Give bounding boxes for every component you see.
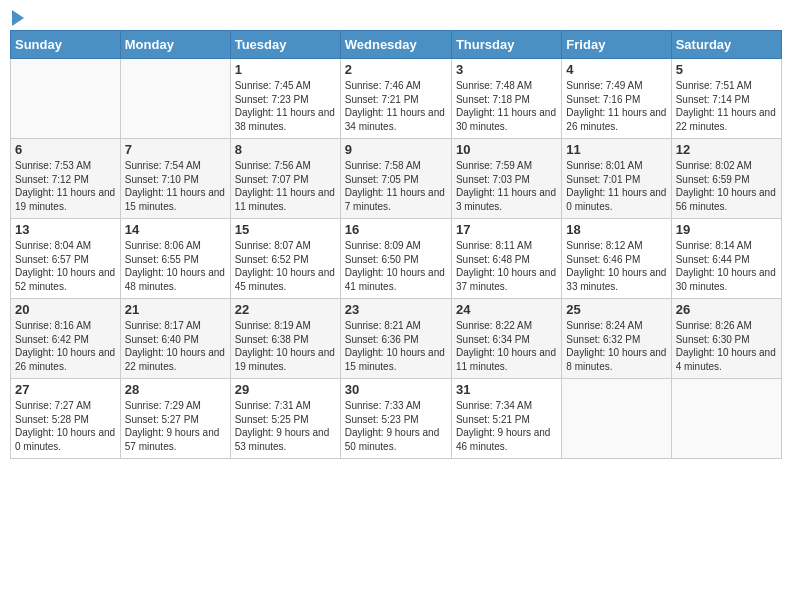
day-number: 14 (125, 222, 226, 237)
day-number: 22 (235, 302, 336, 317)
calendar-cell: 10 Sunrise: 7:59 AMSunset: 7:03 PMDaylig… (451, 139, 561, 219)
calendar-week-row: 6 Sunrise: 7:53 AMSunset: 7:12 PMDayligh… (11, 139, 782, 219)
calendar-cell (120, 59, 230, 139)
calendar-week-row: 1 Sunrise: 7:45 AMSunset: 7:23 PMDayligh… (11, 59, 782, 139)
calendar-cell: 2 Sunrise: 7:46 AMSunset: 7:21 PMDayligh… (340, 59, 451, 139)
day-header-saturday: Saturday (671, 31, 781, 59)
cell-text: Sunrise: 7:59 AMSunset: 7:03 PMDaylight:… (456, 160, 556, 212)
calendar-cell: 11 Sunrise: 8:01 AMSunset: 7:01 PMDaylig… (562, 139, 671, 219)
calendar-cell: 16 Sunrise: 8:09 AMSunset: 6:50 PMDaylig… (340, 219, 451, 299)
day-number: 13 (15, 222, 116, 237)
calendar-cell (671, 379, 781, 459)
calendar-cell: 30 Sunrise: 7:33 AMSunset: 5:23 PMDaylig… (340, 379, 451, 459)
cell-text: Sunrise: 7:51 AMSunset: 7:14 PMDaylight:… (676, 80, 776, 132)
cell-text: Sunrise: 8:21 AMSunset: 6:36 PMDaylight:… (345, 320, 445, 372)
calendar-cell: 17 Sunrise: 8:11 AMSunset: 6:48 PMDaylig… (451, 219, 561, 299)
calendar-cell: 23 Sunrise: 8:21 AMSunset: 6:36 PMDaylig… (340, 299, 451, 379)
cell-text: Sunrise: 7:49 AMSunset: 7:16 PMDaylight:… (566, 80, 666, 132)
day-number: 25 (566, 302, 666, 317)
day-number: 28 (125, 382, 226, 397)
cell-text: Sunrise: 8:01 AMSunset: 7:01 PMDaylight:… (566, 160, 666, 212)
day-number: 5 (676, 62, 777, 77)
cell-text: Sunrise: 7:56 AMSunset: 7:07 PMDaylight:… (235, 160, 335, 212)
cell-text: Sunrise: 7:33 AMSunset: 5:23 PMDaylight:… (345, 400, 440, 452)
day-number: 10 (456, 142, 557, 157)
day-number: 24 (456, 302, 557, 317)
calendar-cell: 29 Sunrise: 7:31 AMSunset: 5:25 PMDaylig… (230, 379, 340, 459)
cell-text: Sunrise: 7:31 AMSunset: 5:25 PMDaylight:… (235, 400, 330, 452)
calendar-cell: 1 Sunrise: 7:45 AMSunset: 7:23 PMDayligh… (230, 59, 340, 139)
cell-text: Sunrise: 7:48 AMSunset: 7:18 PMDaylight:… (456, 80, 556, 132)
day-header-thursday: Thursday (451, 31, 561, 59)
logo (10, 10, 24, 22)
calendar-cell (11, 59, 121, 139)
day-header-monday: Monday (120, 31, 230, 59)
calendar-cell: 12 Sunrise: 8:02 AMSunset: 6:59 PMDaylig… (671, 139, 781, 219)
calendar-cell: 14 Sunrise: 8:06 AMSunset: 6:55 PMDaylig… (120, 219, 230, 299)
day-header-tuesday: Tuesday (230, 31, 340, 59)
day-header-friday: Friday (562, 31, 671, 59)
calendar-cell: 8 Sunrise: 7:56 AMSunset: 7:07 PMDayligh… (230, 139, 340, 219)
day-number: 12 (676, 142, 777, 157)
cell-text: Sunrise: 8:11 AMSunset: 6:48 PMDaylight:… (456, 240, 556, 292)
calendar-cell: 24 Sunrise: 8:22 AMSunset: 6:34 PMDaylig… (451, 299, 561, 379)
calendar-cell: 20 Sunrise: 8:16 AMSunset: 6:42 PMDaylig… (11, 299, 121, 379)
cell-text: Sunrise: 8:26 AMSunset: 6:30 PMDaylight:… (676, 320, 776, 372)
cell-text: Sunrise: 8:04 AMSunset: 6:57 PMDaylight:… (15, 240, 115, 292)
day-number: 27 (15, 382, 116, 397)
calendar-table: SundayMondayTuesdayWednesdayThursdayFrid… (10, 30, 782, 459)
calendar-cell: 28 Sunrise: 7:29 AMSunset: 5:27 PMDaylig… (120, 379, 230, 459)
day-number: 3 (456, 62, 557, 77)
day-number: 15 (235, 222, 336, 237)
calendar-cell: 9 Sunrise: 7:58 AMSunset: 7:05 PMDayligh… (340, 139, 451, 219)
cell-text: Sunrise: 7:54 AMSunset: 7:10 PMDaylight:… (125, 160, 225, 212)
calendar-cell: 4 Sunrise: 7:49 AMSunset: 7:16 PMDayligh… (562, 59, 671, 139)
cell-text: Sunrise: 7:46 AMSunset: 7:21 PMDaylight:… (345, 80, 445, 132)
cell-text: Sunrise: 8:24 AMSunset: 6:32 PMDaylight:… (566, 320, 666, 372)
day-number: 30 (345, 382, 447, 397)
calendar-cell: 13 Sunrise: 8:04 AMSunset: 6:57 PMDaylig… (11, 219, 121, 299)
cell-text: Sunrise: 8:16 AMSunset: 6:42 PMDaylight:… (15, 320, 115, 372)
calendar-cell: 15 Sunrise: 8:07 AMSunset: 6:52 PMDaylig… (230, 219, 340, 299)
calendar-cell: 26 Sunrise: 8:26 AMSunset: 6:30 PMDaylig… (671, 299, 781, 379)
cell-text: Sunrise: 8:06 AMSunset: 6:55 PMDaylight:… (125, 240, 225, 292)
day-number: 17 (456, 222, 557, 237)
day-number: 23 (345, 302, 447, 317)
day-header-wednesday: Wednesday (340, 31, 451, 59)
day-number: 18 (566, 222, 666, 237)
cell-text: Sunrise: 8:14 AMSunset: 6:44 PMDaylight:… (676, 240, 776, 292)
day-number: 2 (345, 62, 447, 77)
page-header (10, 10, 782, 22)
calendar-cell: 18 Sunrise: 8:12 AMSunset: 6:46 PMDaylig… (562, 219, 671, 299)
cell-text: Sunrise: 7:58 AMSunset: 7:05 PMDaylight:… (345, 160, 445, 212)
calendar-cell: 22 Sunrise: 8:19 AMSunset: 6:38 PMDaylig… (230, 299, 340, 379)
calendar-cell: 25 Sunrise: 8:24 AMSunset: 6:32 PMDaylig… (562, 299, 671, 379)
cell-text: Sunrise: 8:22 AMSunset: 6:34 PMDaylight:… (456, 320, 556, 372)
day-header-sunday: Sunday (11, 31, 121, 59)
calendar-cell: 5 Sunrise: 7:51 AMSunset: 7:14 PMDayligh… (671, 59, 781, 139)
cell-text: Sunrise: 7:27 AMSunset: 5:28 PMDaylight:… (15, 400, 115, 452)
cell-text: Sunrise: 8:02 AMSunset: 6:59 PMDaylight:… (676, 160, 776, 212)
day-number: 31 (456, 382, 557, 397)
day-number: 29 (235, 382, 336, 397)
cell-text: Sunrise: 8:09 AMSunset: 6:50 PMDaylight:… (345, 240, 445, 292)
logo-arrow-icon (12, 10, 24, 26)
day-number: 19 (676, 222, 777, 237)
calendar-week-row: 13 Sunrise: 8:04 AMSunset: 6:57 PMDaylig… (11, 219, 782, 299)
cell-text: Sunrise: 8:12 AMSunset: 6:46 PMDaylight:… (566, 240, 666, 292)
calendar-header-row: SundayMondayTuesdayWednesdayThursdayFrid… (11, 31, 782, 59)
calendar-cell: 31 Sunrise: 7:34 AMSunset: 5:21 PMDaylig… (451, 379, 561, 459)
day-number: 7 (125, 142, 226, 157)
day-number: 16 (345, 222, 447, 237)
calendar-cell: 19 Sunrise: 8:14 AMSunset: 6:44 PMDaylig… (671, 219, 781, 299)
calendar-cell: 7 Sunrise: 7:54 AMSunset: 7:10 PMDayligh… (120, 139, 230, 219)
day-number: 9 (345, 142, 447, 157)
calendar-week-row: 27 Sunrise: 7:27 AMSunset: 5:28 PMDaylig… (11, 379, 782, 459)
day-number: 8 (235, 142, 336, 157)
day-number: 20 (15, 302, 116, 317)
cell-text: Sunrise: 8:19 AMSunset: 6:38 PMDaylight:… (235, 320, 335, 372)
calendar-cell: 21 Sunrise: 8:17 AMSunset: 6:40 PMDaylig… (120, 299, 230, 379)
cell-text: Sunrise: 7:53 AMSunset: 7:12 PMDaylight:… (15, 160, 115, 212)
day-number: 11 (566, 142, 666, 157)
calendar-cell (562, 379, 671, 459)
